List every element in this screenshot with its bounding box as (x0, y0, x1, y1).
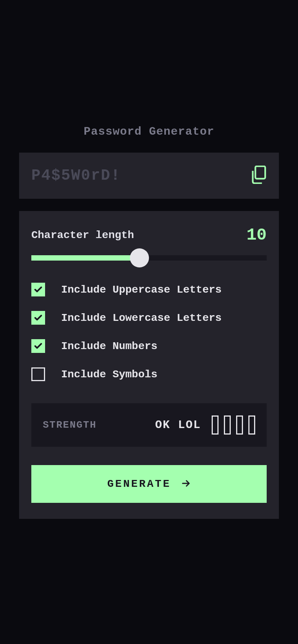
generate-label: GENERATE (107, 478, 171, 490)
checkbox-icon (31, 283, 45, 296)
checkbox-group: Include Uppercase Letters Include Lowerc… (31, 283, 267, 381)
password-output: P4$5W0rD! (31, 167, 121, 184)
strength-indicator: STRENGTH OK LOL (31, 403, 267, 447)
checkbox-icon (31, 367, 45, 381)
strength-right: OK LOL (155, 415, 255, 435)
generate-button[interactable]: GENERATE (31, 465, 267, 503)
checkbox-label: Include Numbers (61, 340, 157, 352)
checkbox-icon (31, 311, 45, 325)
strength-bar (248, 415, 255, 435)
length-value: 10 (246, 225, 267, 245)
strength-label: STRENGTH (43, 419, 97, 431)
checkbox-label: Include Symbols (61, 369, 157, 380)
copy-icon[interactable] (251, 166, 267, 186)
checkbox-numbers[interactable]: Include Numbers (31, 339, 267, 353)
arrow-right-icon (181, 479, 191, 489)
checkbox-label: Include Uppercase Letters (61, 284, 222, 296)
checkbox-label: Include Lowercase Letters (61, 312, 222, 324)
strength-bars (212, 415, 255, 435)
checkbox-symbols[interactable]: Include Symbols (31, 367, 267, 381)
app-container: Password Generator P4$5W0rD! Character l… (19, 125, 279, 519)
checkbox-lowercase[interactable]: Include Lowercase Letters (31, 311, 267, 325)
svg-rect-0 (255, 166, 265, 179)
settings-panel: Character length 10 Include Uppercase Le… (19, 211, 279, 519)
strength-bar (224, 415, 231, 435)
slider-fill (31, 255, 139, 261)
strength-bar (212, 415, 219, 435)
checkbox-uppercase[interactable]: Include Uppercase Letters (31, 283, 267, 296)
password-display: P4$5W0rD! (19, 153, 279, 199)
strength-bar (236, 415, 243, 435)
checkbox-icon (31, 339, 45, 353)
length-label: Character length (31, 229, 134, 241)
app-title: Password Generator (19, 125, 279, 138)
slider-thumb[interactable] (130, 248, 149, 267)
length-slider[interactable] (31, 255, 267, 261)
length-row: Character length 10 (31, 225, 267, 245)
strength-value: OK LOL (155, 419, 201, 431)
